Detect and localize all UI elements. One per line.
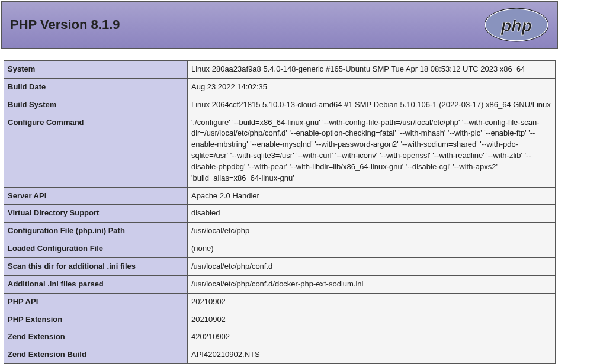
table-row: Zend Extension420210902 xyxy=(4,328,556,346)
row-label: Server API xyxy=(4,187,188,205)
header-bar: PHP Version 8.1.9 php xyxy=(1,1,558,49)
row-value: /usr/local/etc/php/conf.d xyxy=(188,257,556,275)
row-value: 20210902 xyxy=(188,293,556,311)
table-row: Configure Command'./configure' '--build=… xyxy=(4,114,556,187)
row-value: API420210902,NTS xyxy=(188,346,556,364)
php-logo-icon: php xyxy=(484,8,549,42)
row-value: Linux 2064ccf21815 5.10.0-13-cloud-amd64… xyxy=(188,96,556,114)
row-value: 420210902 xyxy=(188,328,556,346)
table-row: Additional .ini files parsed/usr/local/e… xyxy=(4,275,556,293)
row-value: disabled xyxy=(188,205,556,223)
table-row: PHP API20210902 xyxy=(4,293,556,311)
table-row: SystemLinux 280aa23af9a8 5.4.0-148-gener… xyxy=(4,61,556,79)
table-row: Build DateAug 23 2022 14:02:35 xyxy=(4,78,556,96)
row-label: PHP Extension xyxy=(4,311,188,328)
table-row: Loaded Configuration File(none) xyxy=(4,240,556,258)
table-row: Virtual Directory Supportdisabled xyxy=(4,205,556,223)
row-label: System xyxy=(4,61,188,79)
svg-text:php: php xyxy=(500,16,532,35)
row-label: Zend Extension Build xyxy=(4,346,188,364)
row-label: Virtual Directory Support xyxy=(4,205,188,223)
table-row: PHP Extension20210902 xyxy=(4,311,556,328)
row-value: Apache 2.0 Handler xyxy=(188,187,556,205)
table-row: Zend Extension BuildAPI420210902,NTS xyxy=(4,346,556,364)
row-value: /usr/local/etc/php xyxy=(188,223,556,240)
phpinfo-container: PHP Version 8.1.9 php SystemLinux 280aa2… xyxy=(1,1,558,364)
table-row: Server APIApache 2.0 Handler xyxy=(4,187,556,205)
table-row: Build SystemLinux 2064ccf21815 5.10.0-13… xyxy=(4,96,556,114)
row-value: (none) xyxy=(188,240,556,258)
row-label: Loaded Configuration File xyxy=(4,240,188,258)
row-label: Configuration File (php.ini) Path xyxy=(4,223,188,240)
page-title: PHP Version 8.1.9 xyxy=(10,17,120,33)
row-label: Zend Extension xyxy=(4,328,188,346)
row-label: Build System xyxy=(4,96,188,114)
row-value: Linux 280aa23af9a8 5.4.0-148-generic #16… xyxy=(188,61,556,79)
row-value: Aug 23 2022 14:02:35 xyxy=(188,78,556,96)
row-value: 20210902 xyxy=(188,311,556,328)
row-value: /usr/local/etc/php/conf.d/docker-php-ext… xyxy=(188,275,556,293)
row-label: Additional .ini files parsed xyxy=(4,275,188,293)
row-value: './configure' '--build=x86_64-linux-gnu'… xyxy=(188,114,556,187)
row-label: Build Date xyxy=(4,78,188,96)
table-row: Scan this dir for additional .ini files/… xyxy=(4,257,556,275)
row-label: Scan this dir for additional .ini files xyxy=(4,257,188,275)
row-label: PHP API xyxy=(4,293,188,311)
row-label: Configure Command xyxy=(4,114,188,187)
info-table: SystemLinux 280aa23af9a8 5.4.0-148-gener… xyxy=(4,60,556,364)
table-row: Configuration File (php.ini) Path/usr/lo… xyxy=(4,223,556,240)
